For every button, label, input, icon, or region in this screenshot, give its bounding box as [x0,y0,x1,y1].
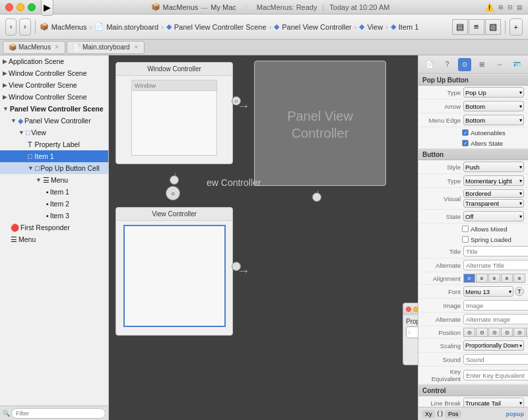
align-right-btn[interactable]: ≡ [488,274,500,283]
select-line-break[interactable]: Truncate Tail ▾ [463,398,524,407]
select-state[interactable]: Off ▾ [463,211,524,222]
sidebar-item-root-menu[interactable]: ☰ Menu [0,233,108,245]
input-title[interactable] [463,246,528,256]
pvc-icon: ◆ [18,117,23,125]
play-button[interactable]: ▶ [41,0,53,16]
select-font[interactable]: Menu 13 ▾ [463,286,513,297]
sidebar-item-panel-view-controller[interactable]: ▼ ◆ Panel View Controller [0,115,108,127]
sidebar-item-menu[interactable]: ▼ ☰ Menu [0,174,108,186]
align-justify-btn[interactable]: ≡ [501,274,513,283]
menu-item-icon: ▪ [46,212,49,220]
pos-btn-4[interactable]: ⊙ [501,328,513,337]
sidebar-item-property-label[interactable]: T Property Label [0,138,108,150]
row-allows-mixed: Allows Mixed [418,224,528,234]
inspector-attr-btn[interactable]: ⊙ [458,58,471,71]
pos-btn-5[interactable]: ⊙ [513,328,525,337]
minimize-button[interactable] [16,3,24,11]
tab-close-icon[interactable]: ✕ [55,44,59,50]
value-arrow[interactable]: Bottom ▾ [463,101,524,111]
value-button-type[interactable]: Momentary Light ▾ [463,175,524,186]
value-type[interactable]: Pop Up ▾ [463,87,524,98]
select-scaling[interactable]: Proportionally Down ▾ [463,340,524,351]
select-menu-edge[interactable]: Bottom ▾ [463,115,524,125]
pos-btn-3[interactable]: ⊙ [488,328,500,337]
sidebar-item-first-responder[interactable]: 🔴 First Responder [0,222,108,233]
view-toggle-button[interactable]: ▤ [517,4,523,11]
back-button[interactable]: ‹ [5,18,16,36]
input-alternate[interactable] [463,260,528,270]
show-navigator-btn[interactable]: ▤ [452,19,468,35]
value-style[interactable]: Push ▾ [463,162,524,172]
inspector-connection-btn[interactable]: → [492,58,506,71]
checkbox-autoenables[interactable]: ✓ [462,129,469,136]
value-font[interactable]: Menu 13 ▾ T [463,286,524,297]
align-other-btn[interactable]: ≡ [513,274,525,283]
value-title[interactable] [463,246,528,256]
sidebar-item-item1[interactable]: □ Item 1 [0,150,108,162]
input-sound[interactable] [463,354,528,365]
checkbox-alters-state[interactable]: ✓ [462,140,469,146]
checkbox-allows-mixed[interactable] [462,225,469,232]
value-state[interactable]: Off ▾ [463,211,524,222]
align-left-btn[interactable]: ≡ [463,274,475,283]
file-name: My Mac [211,3,236,11]
item-icon: □ [28,152,32,160]
value-menu-edge[interactable]: Bottom ▾ [463,115,524,125]
sidebar-item-application-scene[interactable]: ▶ Application Scene [0,55,108,67]
library-btn[interactable]: + [510,18,523,36]
date-text: Today at 10:20 AM [329,3,389,11]
input-image[interactable] [463,300,528,311]
select-arrow[interactable]: Bottom ▾ [463,101,524,111]
property-minimize-dot[interactable] [413,307,418,312]
pos-btn-1[interactable]: ⊙ [463,328,475,337]
zoom-button[interactable]: ⊟ [508,4,513,11]
share-button[interactable]: ⊞ [498,4,504,11]
sidebar-item-window-controller-scene-1[interactable]: ▶ Window Controller Scene [0,67,108,79]
font-help-btn[interactable]: T [515,287,524,296]
select-visual-2[interactable]: Transparent ▾ [463,199,524,208]
sidebar-item-panel-view-controller-scene[interactable]: ▼ Panel View Controller Scene [0,103,108,115]
sidebar-item-popup-button-cell[interactable]: ▼ □ Pop Up Button Cell [0,162,108,174]
sidebar-item-view[interactable]: ▼ □ View [0,127,108,138]
align-center-btn[interactable]: ≡ [476,274,488,283]
select-visual[interactable]: Bordered ▾ [463,189,524,198]
value-sound[interactable] [463,354,528,365]
filter-input[interactable] [11,408,106,419]
close-button[interactable] [5,3,13,11]
maximize-button[interactable] [28,3,36,11]
show-debug-btn[interactable]: ≡ [469,19,484,35]
value-image[interactable] [463,300,528,311]
titlebar-center: 📦 MacMenus — My Mac | MacMenus: Ready | … [56,3,484,11]
sidebar-item-menu-item2[interactable]: ▪ Item 2 [0,198,108,210]
label-state: State [422,213,461,220]
tab-storyboard-close-icon[interactable]: ✕ [134,44,139,50]
inspector-help-btn[interactable]: ? [440,58,453,71]
sidebar-item-menu-item1[interactable]: ▪ Item 1 [0,186,108,198]
select-type[interactable]: Pop Up ▾ [463,87,524,98]
input-key-equiv[interactable] [463,370,528,380]
inspector-file-btn[interactable]: 📄 [423,58,436,71]
show-inspector-btn[interactable]: ▧ [485,19,501,35]
sidebar-item-label: View [31,129,46,136]
forward-button[interactable]: › [19,18,30,36]
checkbox-spring-loaded[interactable] [462,236,469,243]
row-alternate: Alternate [418,258,528,272]
tab-macmenus[interactable]: 📦 MacMenus ✕ [3,41,65,54]
input-alt-image[interactable] [463,314,528,324]
sidebar-item-view-controller-scene[interactable]: ▶ View Controller Scene [0,79,108,91]
select-button-type[interactable]: Momentary Light ▾ [463,175,524,186]
value-alternate[interactable] [463,260,528,270]
inspector-identity-btn[interactable]: 🪪 [510,58,523,71]
sidebar-item-window-controller-scene-2[interactable]: ▶ Window Controller Scene [0,91,108,103]
tab-storyboard[interactable]: 📄 Main.storyboard ✕ [67,41,145,54]
value-line-break[interactable]: Truncate Tail ▾ [463,398,524,407]
select-style[interactable]: Push ▾ [463,162,524,172]
sidebar-item-menu-item3[interactable]: ▪ Item 3 [0,210,108,222]
property-close-dot[interactable] [406,307,411,312]
inspector-size-btn[interactable]: ⊞ [475,58,488,71]
pos-btn-2[interactable]: ⊙ [476,328,488,337]
label-key-equiv: Key Equivalent [422,368,461,382]
value-key-equiv[interactable] [463,370,528,380]
value-alt-image[interactable] [463,314,528,324]
value-scaling[interactable]: Proportionally Down ▾ [463,340,524,351]
